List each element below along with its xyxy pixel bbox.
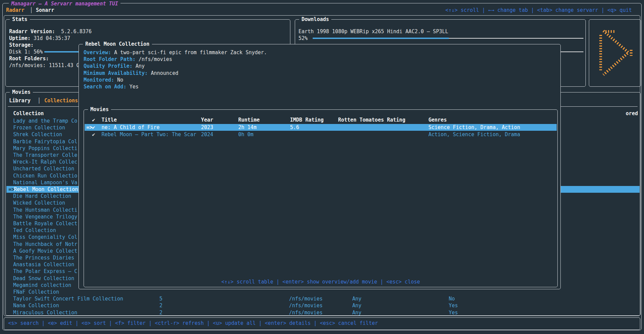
field-search-on-add: Search on Add: Yes <box>84 83 139 90</box>
monitored-value: Yes <box>449 302 458 309</box>
top-keybind-hints: <↑↓> scroll | ←→ change tab | <tab> chan… <box>445 7 632 14</box>
field-value: Yes <box>126 84 138 90</box>
header-title: Title <box>102 117 117 123</box>
field-value: Announced <box>148 70 178 76</box>
header-check: ✔ <box>92 117 95 123</box>
cell-imdb-rating: 5.6 <box>290 124 299 131</box>
header-genres: Genres <box>428 117 447 123</box>
collection-name: The Vengeance Trilogy <box>13 213 77 220</box>
header-imdb-rating: IMDB Rating <box>290 117 324 123</box>
quality-profile: Any <box>352 309 361 316</box>
monitored-value: No <box>449 295 455 302</box>
header-runtime: Runtime <box>238 117 260 123</box>
download-percent-label: 52% <box>298 35 308 42</box>
cell-runtime: 0h 0m <box>238 131 253 138</box>
movie-count: 2 <box>159 309 162 316</box>
field-quality-profile: Quality Profile: Any <box>84 63 145 69</box>
field-value: Any <box>133 63 145 69</box>
collection-name: The Hunchback of Notr <box>13 241 77 248</box>
field-label: Overview: <box>84 49 111 56</box>
collection-name: A Goofy Movie Collect <box>13 248 77 254</box>
cell-runtime: 2h 14m <box>238 124 257 131</box>
modal-title: Rebel Moon Collection <box>83 41 152 47</box>
table-row[interactable]: => ✔ ne: A Child of Fire 2023 2h 14m 5.6… <box>85 124 557 131</box>
collection-name: Frozen Collection <box>13 124 65 131</box>
monitored-value: Yes <box>449 309 458 316</box>
field-value: A two-part sci-fi epic from filmmaker Za… <box>111 49 267 56</box>
field-label: Quality Profile: <box>84 63 133 69</box>
stats-panel-title: Stats <box>10 16 30 23</box>
download-item-name: Earth 1998 1080p WEBRip x265 Hindi AAC2.… <box>298 28 448 35</box>
modal-movies-table: Movies ✔ Title Year Runtime IMDB Rating … <box>84 109 558 287</box>
help-keybind-hints: <s> search | <e> edit | <o> sort | <f> f… <box>8 320 378 327</box>
collection-name: The Princess Diaries <box>13 254 74 261</box>
collection-name: Die Hard Collection <box>13 193 71 200</box>
download-progress-remainder <box>449 38 583 39</box>
field-value: No <box>114 77 123 83</box>
version-value: 5.2.6.8376 <box>55 28 91 35</box>
field-label: Search on Add: <box>84 84 126 90</box>
collection-name: Shrek Collection <box>13 131 62 138</box>
selected-row-arrow: => <box>86 124 92 131</box>
field-label: Monitored: <box>84 77 114 83</box>
cell-year: 2023 <box>201 124 213 131</box>
collection-name: The Polar Express – C <box>13 268 77 275</box>
version-label: Radarr Version: <box>9 28 55 35</box>
logo-panel <box>589 19 641 87</box>
quality-profile: Any <box>352 295 361 302</box>
modal-movies-table-title: Movies <box>88 106 111 113</box>
collection-name: The Huntsman Collecti <box>13 207 77 213</box>
cell-genres: Science Fiction, Drama, Action <box>428 124 520 131</box>
collection-name: Wicked Collection <box>13 200 65 206</box>
collection-name: Miss Congeniality Col <box>13 234 77 241</box>
managarr-app: Managarr – A Servarr management TUI <↑↓>… <box>0 0 644 334</box>
collection-row[interactable]: FNaF Collection <box>6 289 640 295</box>
field-root-folder: Root Folder Path: /nfs/movies <box>84 56 172 63</box>
field-label: Root Folder Path: <box>84 56 136 62</box>
collection-name: Battle Royale Collect <box>13 220 77 227</box>
storage-label: Storage: <box>9 42 34 48</box>
collection-name: Miraculous Collection <box>13 309 77 316</box>
cell-check: ✔ <box>92 131 95 138</box>
stats-version-line: Radarr Version: 5.2.6.8376 <box>9 28 92 35</box>
table-row[interactable]: ✔ Rebel Moon – Part Two: The Scar 2024 0… <box>85 131 557 138</box>
uptime-value: 31d 04:35:37 <box>30 35 70 41</box>
collection-name: Anastasia Collection <box>13 261 74 268</box>
collection-name: FNaF Collection <box>13 289 59 295</box>
download-progress-filled <box>313 38 449 39</box>
table-header-row: ✔ Title Year Runtime IMDB Rating Rotten … <box>85 117 557 123</box>
cell-genres: Action, Science Fiction, Drama <box>428 131 520 138</box>
collection-name: Uncharted Collection <box>13 165 74 172</box>
collection-row[interactable]: Nana Collection2/nfs/moviesAnyYes <box>6 302 640 309</box>
cell-check: ✔ <box>92 124 95 131</box>
collection-row[interactable]: Taylor Swift Concert Film Collection5/nf… <box>6 295 640 302</box>
root-folder-path: /nfs/movies <box>289 302 323 309</box>
downloads-panel-title: Downloads <box>299 16 331 23</box>
cell-title: Rebel Moon – Part Two: The Scar <box>102 131 196 138</box>
field-minimum-availability: Minimum Availability: Announced <box>84 70 178 77</box>
tab-radarr[interactable]: Radarr <box>6 7 24 14</box>
collection-details-modal: Rebel Moon Collection Overview: A two-pa… <box>79 44 561 289</box>
field-monitored: Monitored: No <box>84 77 123 83</box>
tab-sonarr[interactable]: Sonarr <box>36 7 54 14</box>
collection-name: Taylor Swift Concert Film Collection <box>13 295 123 302</box>
tab-separator: │ <box>30 7 33 14</box>
radarr-ascii-logo-icon <box>593 24 636 82</box>
stats-uptime-line: Uptime: 31d 04:35:37 <box>9 35 70 42</box>
field-overview: Overview: A two-part sci-fi epic from fi… <box>84 49 267 56</box>
movie-count: 5 <box>159 295 162 302</box>
root-folder-path: /nfs/movies <box>289 295 323 302</box>
movie-count: 2 <box>159 302 162 309</box>
collection-name: Rebel Moon Collection <box>14 186 78 193</box>
header-rotten-tomatoes-rating: Rotten Tomatoes Rating <box>338 117 405 123</box>
root-folders-label: Root Folders: <box>9 55 49 62</box>
uptime-label: Uptime: <box>9 35 30 41</box>
root-folder-path: /nfs/movies <box>289 309 323 316</box>
collection-name: Chicken Run Collectio <box>13 172 77 179</box>
collection-row[interactable]: Miraculous Collection2/nfs/moviesAnyYes <box>6 309 640 316</box>
header-year: Year <box>201 117 213 123</box>
root-folder-value: /nfs/movies: 11511.43 GB <box>9 62 83 69</box>
collection-name: Lady and the Tramp Co <box>13 118 77 124</box>
cell-title: ne: A Child of Fire <box>102 124 160 131</box>
collection-name: Ted Collection <box>13 227 56 234</box>
